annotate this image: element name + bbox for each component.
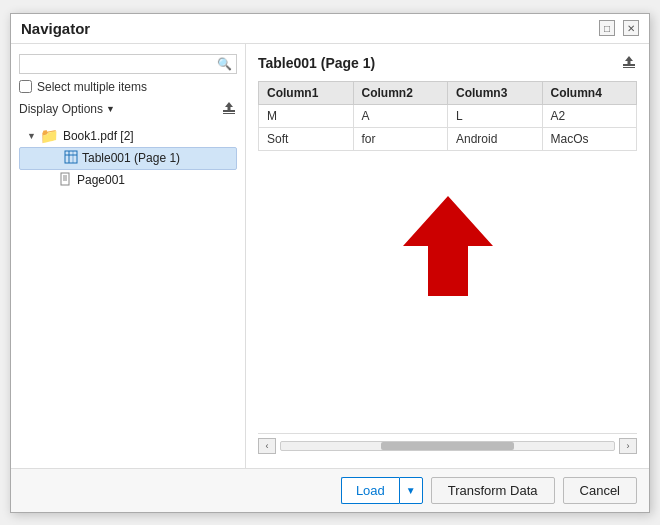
load-button-group: Load ▼ <box>341 477 423 504</box>
cancel-button[interactable]: Cancel <box>563 477 637 504</box>
arrow-indicator <box>258 191 637 301</box>
preview-header: Table001 (Page 1) <box>258 54 637 73</box>
title-bar: Navigator □ ✕ <box>11 14 649 44</box>
right-panel: Table001 (Page 1) Column1 Column2 <box>246 44 649 468</box>
tree-root-label: Book1.pdf [2] <box>63 129 134 143</box>
display-options-button[interactable]: Display Options ▼ <box>19 102 115 116</box>
load-button[interactable]: Load <box>341 477 399 504</box>
svg-rect-7 <box>61 173 69 185</box>
import-button[interactable] <box>221 100 237 119</box>
select-multiple-checkbox[interactable] <box>19 80 32 93</box>
tree-item-root[interactable]: ▼ 📁 Book1.pdf [2] <box>19 125 237 147</box>
cell-0-1: A <box>353 104 448 127</box>
svg-rect-0 <box>223 110 235 112</box>
col-header-4: Column4 <box>542 81 637 104</box>
import-icon <box>221 100 237 116</box>
scroll-left-button[interactable]: ‹ <box>258 438 276 454</box>
close-button[interactable]: ✕ <box>623 20 639 36</box>
search-input[interactable] <box>24 57 217 71</box>
up-arrow-icon <box>403 191 493 301</box>
tree-item-table001-label: Table001 (Page 1) <box>82 151 180 165</box>
svg-rect-11 <box>623 64 635 66</box>
cell-1-1: for <box>353 127 448 150</box>
cell-0-0: M <box>259 104 354 127</box>
tree-item-table001[interactable]: Table001 (Page 1) <box>19 147 237 170</box>
svg-rect-1 <box>223 113 235 114</box>
col-header-3: Column3 <box>448 81 543 104</box>
table-icon <box>64 150 78 167</box>
cell-0-2: L <box>448 104 543 127</box>
cell-1-3: MacOs <box>542 127 637 150</box>
left-panel: 🔍 Select multiple items Display Options … <box>11 44 246 468</box>
col-header-1: Column1 <box>259 81 354 104</box>
preview-table: Column1 Column2 Column3 Column4 M A L A2 <box>258 81 637 151</box>
window-title: Navigator <box>21 20 90 37</box>
window-controls: □ ✕ <box>599 20 639 36</box>
cell-1-2: Android <box>448 127 543 150</box>
table-row: M A L A2 <box>259 104 637 127</box>
display-options-label: Display Options <box>19 102 103 116</box>
preview-table-container: Column1 Column2 Column3 Column4 M A L A2 <box>258 81 637 425</box>
svg-marker-2 <box>225 102 233 110</box>
navigator-window: Navigator □ ✕ 🔍 Select multiple items <box>10 13 650 513</box>
svg-marker-13 <box>625 56 633 64</box>
minimize-button[interactable]: □ <box>599 20 615 36</box>
svg-rect-12 <box>623 67 635 68</box>
folder-icon: 📁 <box>40 127 59 145</box>
search-box[interactable]: 🔍 <box>19 54 237 74</box>
cell-0-3: A2 <box>542 104 637 127</box>
horizontal-scrollbar[interactable]: ‹ › <box>258 433 637 458</box>
svg-marker-14 <box>403 196 493 296</box>
page-icon <box>59 172 73 189</box>
cell-1-0: Soft <box>259 127 354 150</box>
load-dropdown-button[interactable]: ▼ <box>399 477 423 504</box>
table-header-row: Column1 Column2 Column3 Column4 <box>259 81 637 104</box>
search-icon: 🔍 <box>217 57 232 71</box>
main-content: 🔍 Select multiple items Display Options … <box>11 44 649 468</box>
transform-data-button[interactable]: Transform Data <box>431 477 555 504</box>
svg-rect-3 <box>65 151 77 163</box>
collapse-icon: ▼ <box>27 131 36 141</box>
preview-export-icon[interactable] <box>621 54 637 73</box>
preview-title: Table001 (Page 1) <box>258 55 375 71</box>
display-options-arrow-icon: ▼ <box>106 104 115 114</box>
select-multiple-row[interactable]: Select multiple items <box>19 80 237 94</box>
scrollbar-track[interactable] <box>280 441 615 451</box>
file-tree: ▼ 📁 Book1.pdf [2] <box>19 125 237 458</box>
scroll-right-button[interactable]: › <box>619 438 637 454</box>
footer: Load ▼ Transform Data Cancel <box>11 468 649 512</box>
select-multiple-label: Select multiple items <box>37 80 147 94</box>
col-header-2: Column2 <box>353 81 448 104</box>
tree-item-page001-label: Page001 <box>77 173 125 187</box>
table-row: Soft for Android MacOs <box>259 127 637 150</box>
scrollbar-thumb[interactable] <box>381 442 514 450</box>
display-options-row: Display Options ▼ <box>19 100 237 119</box>
tree-item-page001[interactable]: Page001 <box>19 170 237 191</box>
